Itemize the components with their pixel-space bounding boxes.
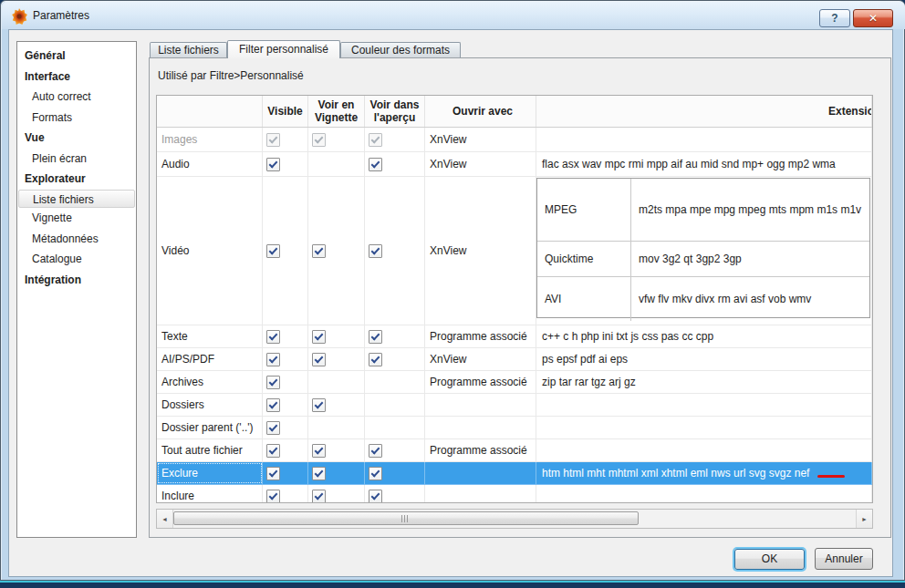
row-name: Archives: [157, 371, 263, 393]
sidebar-item-interface[interactable]: Interface: [17, 67, 136, 88]
sidebar-item-auto-correct[interactable]: Auto correct: [17, 87, 136, 108]
sidebar-item-m-tadonn-es[interactable]: Métadonnées: [17, 229, 136, 250]
row-extensions: flac asx wav mpc rmi mpp aif au mid snd …: [536, 152, 872, 176]
row-name: Dossiers: [157, 394, 263, 416]
checkbox-visible[interactable]: [266, 376, 280, 389]
row-open-with: [425, 394, 536, 416]
tab-filter-personnalis[interactable]: Filter personnalisé: [227, 40, 340, 58]
checkbox-preview[interactable]: [369, 244, 382, 258]
table-header-row: Visible Voir en Vignette Voir dans l'ape…: [157, 96, 872, 128]
horizontal-scrollbar[interactable]: ◄ ►: [156, 509, 873, 529]
sidebar-item-plein-cran[interactable]: Plein écran: [17, 149, 136, 170]
sidebar-item-g-n-ral[interactable]: Général: [17, 46, 136, 67]
checkbox-thumbnail-cell: [308, 152, 365, 176]
table-row-images[interactable]: ImagesXnView: [157, 128, 872, 152]
checkbox-visible[interactable]: [266, 158, 280, 171]
table-row-audio[interactable]: AudioXnViewflac asx wav mpc rmi mpp aif …: [157, 152, 872, 177]
checkbox-visible[interactable]: [266, 467, 280, 480]
sidebar-item-liste-fichiers[interactable]: Liste fichiers: [18, 190, 135, 209]
xnview-logo-icon: [11, 8, 27, 25]
checkbox-visible[interactable]: [266, 330, 280, 344]
checkbox-visible[interactable]: [266, 244, 280, 258]
checkbox-thumbnail[interactable]: [312, 444, 326, 458]
tab-couleur-des-formats[interactable]: Couleur des formats: [340, 42, 461, 57]
subtable-row-quicktime[interactable]: Quicktimemov 3g2 qt 3gp2 3gp: [537, 242, 869, 277]
checkbox-preview[interactable]: [369, 444, 382, 458]
subtable-row-avi[interactable]: AVIvfw flv mkv divx rm avi asf vob wmv: [537, 277, 869, 321]
tab-liste-fichiers[interactable]: Liste fichiers: [150, 42, 227, 57]
sidebar-item-formats[interactable]: Formats: [17, 108, 136, 129]
checkbox-visible-cell: [263, 177, 308, 325]
checkbox-thumbnail-cell: [308, 371, 365, 393]
checkbox-visible[interactable]: [266, 421, 280, 435]
row-open-with: XnView: [425, 177, 536, 325]
checkbox-thumbnail[interactable]: [312, 353, 326, 366]
checkbox-preview[interactable]: [369, 490, 382, 503]
ok-button[interactable]: OK: [734, 549, 805, 570]
checkbox-visible-cell: [263, 417, 308, 438]
table-row-texte[interactable]: TexteProgramme associéc++ c h php ini tx…: [157, 325, 872, 348]
checkbox-preview[interactable]: [369, 467, 382, 480]
extensions-text: zip tar rar tgz arj gz: [536, 376, 636, 388]
checkbox-visible[interactable]: [266, 353, 280, 366]
header-name: [157, 96, 263, 127]
checkbox-thumbnail[interactable]: [312, 467, 326, 480]
sidebar-item-vignette[interactable]: Vignette: [17, 208, 136, 229]
checkbox-thumbnail-cell: [308, 177, 365, 325]
checkbox-visible-cell: [263, 462, 308, 484]
table-row-vid-o[interactable]: VidéoXnViewMPEGm2ts mpa mpe mpg mpeg mts…: [157, 177, 872, 325]
checkbox-visible[interactable]: [266, 444, 280, 458]
row-name: Images: [157, 128, 263, 151]
close-button[interactable]: ✕: [853, 9, 893, 27]
subtable-row-mpeg[interactable]: MPEGm2ts mpa mpe mpg mpeg mts mpm m1s m1…: [537, 179, 869, 242]
cancel-button[interactable]: Annuler: [815, 548, 873, 570]
checkbox-preview-cell: [365, 439, 425, 461]
extensions-text: htm html mht mhtml xml xhtml eml nws url…: [536, 467, 809, 480]
table-row-tout-autre-fichier[interactable]: Tout autre fichierProgramme associé: [157, 439, 872, 462]
checkbox-preview-cell: [365, 348, 425, 370]
row-extensions: MPEGm2ts mpa mpe mpg mpeg mts mpm m1s m1…: [536, 177, 872, 325]
checkbox-preview[interactable]: [369, 353, 382, 366]
row-extensions: ps epsf pdf ai eps: [536, 348, 872, 370]
table-row-dossier-parent[interactable]: Dossier parent ('..'): [157, 417, 872, 439]
checkbox-thumbnail[interactable]: [312, 330, 326, 344]
table-row-ai-ps-pdf[interactable]: AI/PS/PDFXnViewps epsf pdf ai eps: [157, 348, 872, 371]
checkbox-preview-cell: [365, 462, 425, 484]
checkbox-visible[interactable]: [266, 398, 280, 412]
help-button[interactable]: ?: [819, 9, 850, 27]
video-subtable: MPEGm2ts mpa mpe mpg mpeg mts mpm m1s m1…: [536, 178, 870, 318]
checkbox-thumbnail[interactable]: [312, 244, 326, 258]
sidebar-item-int-gration[interactable]: Intégration: [17, 270, 136, 291]
subtable-row-extensions: m2ts mpa mpe mpg mpeg mts mpm m1s m1v: [631, 179, 869, 241]
table-row-dossiers[interactable]: Dossiers: [157, 394, 872, 417]
checkbox-visible-cell: [263, 128, 308, 151]
scrollbar-thumb[interactable]: [173, 511, 639, 525]
table-row-inclure[interactable]: Inclure: [157, 485, 872, 503]
table-row-exclure[interactable]: Exclurehtm html mht mhtml xml xhtml eml …: [157, 462, 872, 485]
checkbox-preview-cell: [365, 152, 425, 176]
checkbox-preview[interactable]: [369, 330, 382, 344]
checkbox-visible[interactable]: [266, 490, 280, 503]
row-name: Dossier parent ('..'): [157, 417, 263, 438]
sidebar-item-vue[interactable]: Vue: [17, 128, 136, 149]
table-row-archives[interactable]: ArchivesProgramme associézip tar rar tgz…: [157, 371, 872, 394]
checkbox-thumbnail[interactable]: [312, 133, 326, 147]
checkbox-preview-cell: [365, 394, 425, 416]
row-name: Inclure: [157, 485, 263, 503]
checkbox-visible-cell: [263, 371, 308, 393]
checkbox-thumbnail[interactable]: [312, 490, 326, 503]
extensions-text: flac asx wav mpc rmi mpp aif au mid snd …: [536, 158, 836, 170]
title-bar[interactable]: Paramètres ? ✕: [2, 2, 905, 29]
sidebar-item-explorateur[interactable]: Explorateur: [17, 169, 136, 190]
checkbox-preview[interactable]: [369, 133, 382, 147]
checkbox-preview-cell: [365, 371, 425, 393]
sidebar-item-catalogue[interactable]: Catalogue: [17, 249, 136, 270]
scroll-left-arrow-icon[interactable]: ◄: [157, 510, 173, 528]
row-extensions: zip tar rar tgz arj gz: [536, 371, 872, 393]
checkbox-visible[interactable]: [266, 133, 280, 147]
checkbox-preview[interactable]: [369, 158, 382, 171]
row-name: Vidéo: [157, 177, 263, 325]
scroll-right-arrow-icon[interactable]: ►: [856, 510, 872, 528]
checkbox-thumbnail[interactable]: [312, 398, 326, 412]
row-extensions: [536, 439, 872, 461]
